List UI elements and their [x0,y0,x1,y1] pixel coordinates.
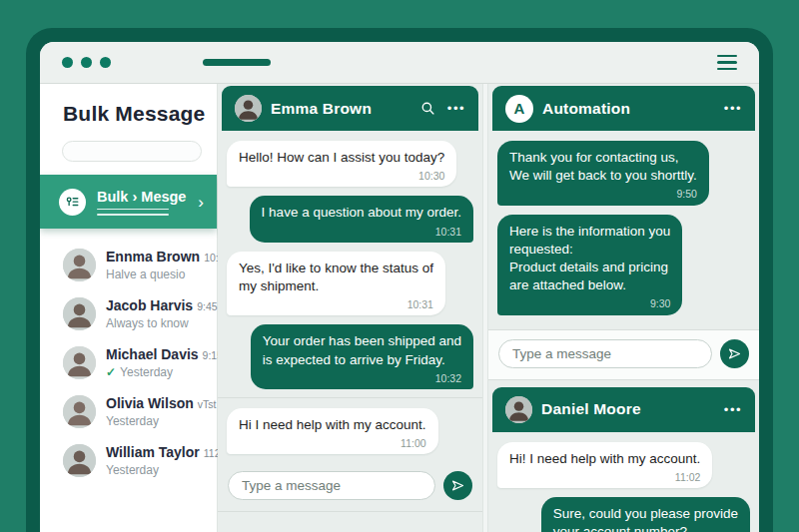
chat-header-automation: A Automation ••• [492,86,755,131]
contact-name: Jacob Harvis [106,297,193,313]
more-options-icon[interactable]: ••• [447,102,465,115]
send-button[interactable] [720,339,749,368]
message-bubble-incoming: Hi! I need help with my account. 11:02 [497,442,712,488]
window-control-dot[interactable] [100,57,111,68]
menu-icon[interactable] [717,55,737,71]
avatar [63,395,96,428]
contact-body: Michael Davis 9:15 ✓ Yesterday [106,346,205,379]
avatar [63,346,96,379]
avatar [235,95,262,122]
message-text: I have a question about my order. [262,205,461,220]
chat-header-daniel: Daniel Moore ••• [492,387,755,432]
app-window: Bulk Message Bulk › Mesge [26,28,773,532]
message-list: Hi! I need help with my account. 11:02 S… [488,432,759,532]
contact-preview: Yesterday [106,463,205,477]
contact-body: Ennma Brown 10:32 Halve a quesio [106,249,205,281]
filter-key-icon [59,189,86,216]
message-text: Hi I need help with my account. [239,417,426,432]
more-options-icon[interactable]: ••• [724,102,742,115]
page-title: Bulk Message [63,102,217,126]
window-controls [62,57,111,68]
sidebar-item-bulk-message[interactable]: Bulk › Mesge › [40,175,217,229]
message-list: Thank you for contacting us, We will get… [488,131,759,323]
message-time: 10:30 [239,169,444,183]
titlebar-accent-bar [203,59,271,66]
contact-preview: Always to know [106,316,205,330]
message-input-row [488,330,759,379]
avatar [63,297,96,330]
contact-preview: ✓ Yesterday [106,365,205,379]
message-bubble-incoming: Hi I need help with my account. 11:00 [227,408,438,454]
message-list: Hi I need help with my account. 11:00 [218,398,482,462]
message-bubble-outgoing: I have a question about my order. 10:31 [250,196,473,242]
message-bubble-outgoing: Your order has been shipped and is expec… [251,324,473,389]
message-bubble-incoming: Hello! How can I assist you today? 10:30 [227,141,456,187]
contact-name: Ennma Brown [106,249,200,265]
contact-name: Michael Davis [106,346,199,362]
decorative-line [97,214,169,216]
avatar [505,396,532,423]
message-time: 11:00 [239,436,426,450]
message-time: 9:30 [509,296,670,310]
avatar [63,444,96,477]
more-options-icon[interactable]: ••• [724,403,742,416]
contact-row-olivia-wilson[interactable]: Olivia Wilson vTst Yesterday [40,387,217,436]
check-icon: ✓ [106,365,116,379]
contact-time: 9:45 [193,300,217,312]
main-content: Bulk Message Bulk › Mesge [40,84,759,532]
message-time: 10:31 [262,225,461,239]
contact-row-william-taylor[interactable]: William Taylor 1120 Yesterday [40,436,217,485]
chevron-right-icon: › [198,194,204,211]
search-input[interactable] [62,141,202,162]
contact-row-ennma-brown[interactable]: Ennma Brown 10:32 Halve a quesio [40,241,217,289]
app-surface: Bulk Message Bulk › Mesge [40,42,759,532]
chat-panel-emma: Emma Brown ••• Hello! How can I assist y… [218,84,482,532]
contact-body: Jacob Harvis 9:45 Always to know [106,297,205,330]
message-text: Yes, I'd like to know the status of my s… [239,261,433,293]
window-control-dot[interactable] [62,57,73,68]
contact-preview: Halve a quesio [106,267,205,281]
window-control-dot[interactable] [81,57,92,68]
message-text: Your order has been shipped and is expec… [263,333,461,366]
message-text: Hi! I need help with my account. [509,451,700,466]
contact-body: William Taylor 1120 Yesterday [106,444,205,477]
contact-row-jacob-harvis[interactable]: Jacob Harvis 9:45 Always to know [40,289,217,338]
message-text: Here is the information you requested: P… [509,224,670,293]
decorative-line [97,209,169,211]
sidebar-item-body: Bulk › Mesge [97,189,186,216]
send-button[interactable] [443,471,472,500]
chat-title: Daniel Moore [541,400,641,418]
chat-title: Emma Brown [271,100,372,118]
message-text: Hello! How can I assist you today? [239,150,444,165]
message-bubble-bot: Thank you for contacting us, We will get… [497,141,709,206]
automation-avatar: A [505,95,533,123]
message-time: 10:31 [239,297,433,311]
contact-time: vTst [194,398,217,410]
contact-body: Olivia Wilson vTst Yesterday [106,395,205,428]
chat-header-emma: Emma Brown ••• [222,86,478,131]
automation-input-strip [488,329,759,380]
message-time: 9:50 [509,187,697,201]
empty-area [218,512,482,532]
message-time: 11:02 [509,470,700,484]
message-text: Thank you for contacting us, We will get… [509,150,697,183]
message-bubble-outgoing: Sure, could you please provide your acco… [541,497,750,532]
message-time: 10:32 [263,371,461,385]
message-input[interactable] [228,471,435,500]
window-titlebar [40,42,759,84]
message-bubble-incoming: Yes, I'd like to know the status of my s… [227,252,445,316]
chat-panel-right: A Automation ••• Thank you for contactin… [488,84,759,532]
search-icon[interactable] [420,101,435,116]
avatar [63,249,96,281]
message-text: Sure, could you please provide your acco… [553,506,738,532]
message-input-row [218,462,482,511]
message-bubble-bot: Here is the information you requested: P… [497,215,682,315]
chat-title: Automation [542,100,630,118]
contact-name: Olivia Wilson [106,395,194,411]
contact-name: William Taylor [106,444,200,460]
contact-preview: Yesterday [106,414,205,428]
contact-row-michael-davis[interactable]: Michael Davis 9:15 ✓ Yesterday [40,338,217,387]
message-input[interactable] [498,339,712,368]
contact-preview-text: Yesterday [120,365,173,379]
sidebar-item-label: Bulk › Mesge [97,189,186,205]
